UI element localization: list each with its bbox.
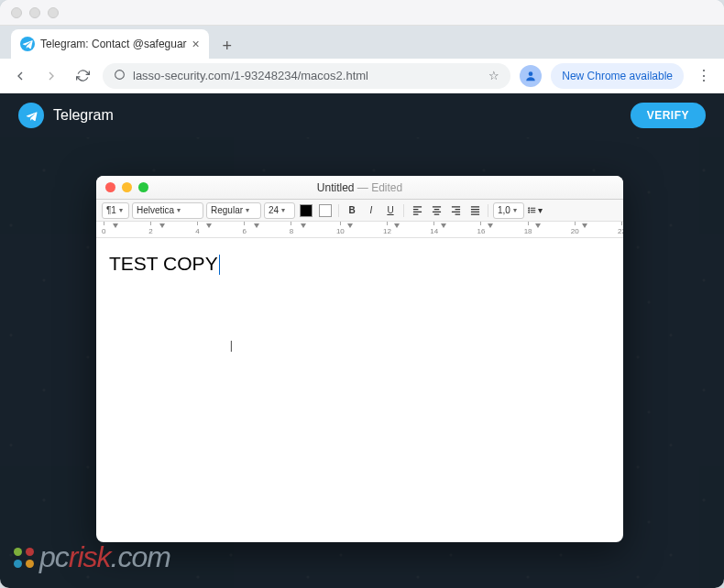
ruler-tab-icon[interactable]: [394, 223, 400, 228]
ruler-tick: 4: [195, 222, 199, 237]
font-weight-select[interactable]: Regular▾: [206, 202, 261, 219]
telegram-header: Telegram VERIFY: [0, 93, 724, 137]
text-caret: [219, 255, 220, 275]
separator: [403, 204, 404, 217]
ruler-tab-icon[interactable]: [159, 223, 165, 228]
mac-max-dot[interactable]: [48, 7, 59, 18]
italic-button[interactable]: I: [363, 202, 379, 219]
ruler-tab-icon[interactable]: [113, 223, 118, 228]
tab-title: Telegram: Contact @safeguar: [40, 38, 187, 50]
svg-point-0: [20, 37, 35, 51]
watermark-text: pcrisk.com: [39, 540, 170, 574]
align-center-button[interactable]: [428, 202, 444, 219]
ruler-tab-icon[interactable]: [582, 223, 587, 228]
svg-point-1: [115, 70, 125, 79]
new-tab-button[interactable]: +: [214, 33, 240, 59]
textedit-close-icon[interactable]: [105, 182, 115, 192]
ruler-tick: 12: [383, 222, 391, 237]
svg-point-24: [529, 212, 530, 212]
watermark-dots-icon: [14, 548, 34, 568]
ruler-tick: 18: [524, 222, 532, 237]
bg-color-button[interactable]: [317, 202, 334, 219]
chrome-update-chip[interactable]: New Chrome available: [551, 63, 684, 89]
align-left-button[interactable]: [409, 202, 425, 219]
page-content: Telegram VERIFY Untitled — Edited ¶1 ▾ H…: [0, 93, 724, 588]
ruler-tab-icon[interactable]: [206, 223, 212, 228]
telegram-favicon-icon: [20, 37, 35, 51]
ruler-tab-icon[interactable]: [301, 223, 306, 228]
textedit-window: Untitled — Edited ¶1 ▾ Helvetica▾ Regula…: [96, 176, 623, 542]
pcrisk-watermark: pcrisk.com: [14, 540, 170, 574]
ruler-tick: 2: [148, 222, 152, 237]
ruler-tick: 6: [243, 222, 247, 237]
separator: [488, 204, 488, 217]
underline-button[interactable]: U: [382, 202, 399, 219]
ruler-tick: 0: [102, 222, 105, 237]
ruler-tick: 16: [477, 222, 485, 237]
font-size-select[interactable]: 24▾: [264, 202, 295, 219]
textedit-toolbar: ¶1 ▾ Helvetica▾ Regular▾ 24▾ B I U 1,0▾ …: [96, 200, 623, 222]
document-text: TEST COPY: [109, 253, 218, 274]
browser-menu-button[interactable]: ⋮: [693, 65, 715, 87]
ruler-tab-icon[interactable]: [347, 223, 353, 228]
ruler-tick: 22: [618, 222, 623, 237]
svg-point-23: [529, 210, 530, 211]
font-family-select[interactable]: Helvetica▾: [132, 202, 203, 219]
textedit-ruler[interactable]: 0246810121416182022: [96, 222, 623, 238]
text-color-button[interactable]: [298, 202, 314, 219]
browser-tab[interactable]: Telegram: Contact @safeguar ×: [11, 29, 209, 59]
telegram-title: Telegram: [53, 107, 114, 124]
list-button[interactable]: ▾: [527, 202, 543, 219]
align-right-button[interactable]: [447, 202, 464, 219]
mac-close-dot[interactable]: [11, 7, 22, 18]
svg-point-22: [529, 208, 530, 209]
browser-window: Telegram: Contact @safeguar × + lasso-se…: [0, 0, 724, 588]
svg-point-2: [529, 71, 533, 76]
ruler-tab-icon[interactable]: [535, 223, 541, 228]
textedit-max-icon[interactable]: [138, 182, 148, 192]
line-spacing-select[interactable]: 1,0▾: [493, 202, 524, 219]
verify-button[interactable]: VERIFY: [631, 103, 706, 128]
reload-button[interactable]: [71, 65, 93, 87]
bold-button[interactable]: B: [344, 202, 360, 219]
url-text: lasso-security.com/1-93248234/macos2.htm…: [133, 69, 368, 82]
ruler-tick: 14: [430, 222, 438, 237]
ruler-tab-icon[interactable]: [441, 223, 446, 228]
tab-close-icon[interactable]: ×: [192, 37, 200, 51]
ruler-tick: 20: [571, 222, 579, 237]
back-button[interactable]: [9, 65, 31, 87]
textedit-titlebar[interactable]: Untitled — Edited: [96, 176, 623, 200]
ruler-tab-icon[interactable]: [254, 223, 259, 228]
ruler-tick: 8: [290, 222, 293, 237]
mac-titlebar: [0, 0, 724, 26]
profile-avatar-button[interactable]: [520, 65, 542, 87]
tab-strip: Telegram: Contact @safeguar × +: [0, 26, 724, 59]
site-info-icon[interactable]: [114, 69, 126, 83]
separator: [338, 204, 339, 217]
align-justify-button[interactable]: [466, 202, 483, 219]
forward-button[interactable]: [40, 65, 62, 87]
ibeam-cursor-icon: I: [230, 339, 233, 355]
bookmark-star-icon[interactable]: ☆: [488, 69, 499, 82]
textedit-min-icon[interactable]: [122, 182, 132, 192]
url-input[interactable]: lasso-security.com/1-93248234/macos2.htm…: [103, 63, 510, 89]
mac-min-dot[interactable]: [29, 7, 40, 18]
ruler-tick: 10: [336, 222, 345, 237]
textedit-body[interactable]: TEST COPY I: [96, 238, 623, 540]
address-bar: lasso-security.com/1-93248234/macos2.htm…: [0, 59, 724, 93]
ruler-tab-icon[interactable]: [488, 223, 493, 228]
style-select[interactable]: ¶1 ▾: [102, 202, 129, 219]
telegram-logo-icon: [18, 103, 44, 128]
